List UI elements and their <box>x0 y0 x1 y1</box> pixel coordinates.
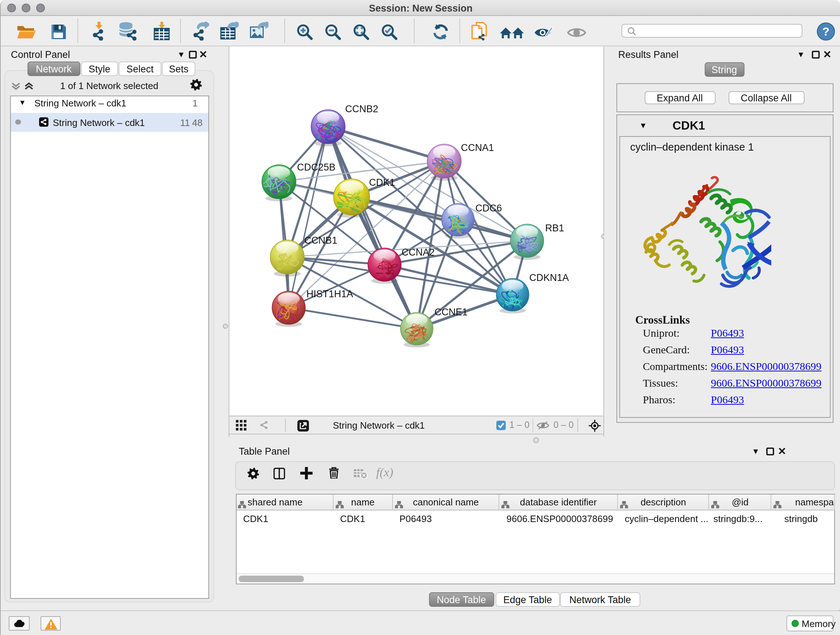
svg-text:CDC25B: CDC25B <box>297 162 336 172</box>
svg-text:?: ? <box>822 25 829 38</box>
svg-text:HIST1H1A: HIST1H1A <box>306 288 353 299</box>
svg-text:CCNA2: CCNA2 <box>401 247 435 257</box>
svg-text:CCNA1: CCNA1 <box>461 142 494 153</box>
svg-text:CDK1: CDK1 <box>369 177 395 187</box>
svg-text:RB1: RB1 <box>545 222 564 233</box>
svg-text:CDKN1A: CDKN1A <box>529 272 569 283</box>
svg-text:CCNE1: CCNE1 <box>434 306 468 317</box>
svg-text:CCNB1: CCNB1 <box>304 234 338 245</box>
svg-text:CCNB2: CCNB2 <box>345 103 378 114</box>
svg-text:CDC6: CDC6 <box>475 203 502 213</box>
